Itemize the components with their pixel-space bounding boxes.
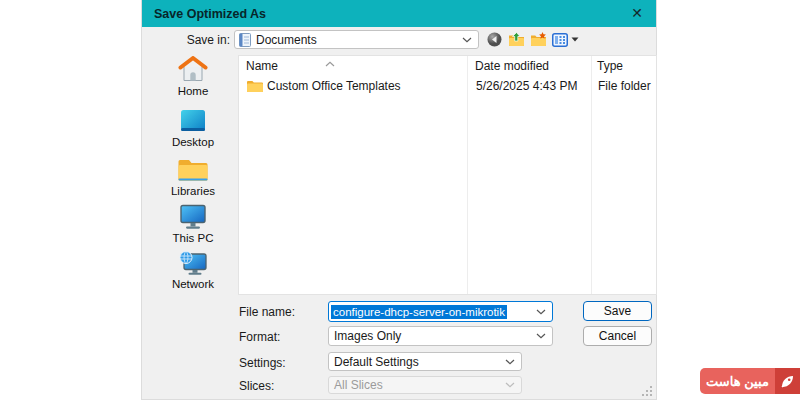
save-in-combobox[interactable]: Documents — [234, 30, 479, 49]
save-in-value: Documents — [256, 33, 317, 47]
sidebar-item-label: This PC — [173, 232, 214, 244]
network-icon — [178, 249, 208, 276]
sidebar-item-home[interactable]: Home — [150, 56, 236, 97]
file-name-value: configure-dhcp-server-on-mikrotik — [331, 305, 507, 319]
watermark-text: مبین هاست — [700, 368, 775, 394]
file-list: Name Date modified Type Custom Office Te… — [238, 55, 657, 295]
settings-select[interactable]: Default Settings — [328, 352, 522, 371]
save-button[interactable]: Save — [583, 301, 652, 321]
cancel-button-label: Cancel — [599, 329, 636, 343]
slices-label: Slices: — [239, 379, 274, 393]
dialog-toolbar — [485, 30, 579, 49]
column-header-name[interactable]: Name — [246, 59, 278, 73]
file-list-header: Name Date modified Type — [239, 56, 656, 75]
close-icon: ✕ — [631, 5, 643, 21]
rocket-icon — [775, 368, 800, 394]
this-pc-icon — [178, 203, 208, 230]
slices-select-disabled: All Slices — [328, 376, 522, 394]
resize-grip-icon[interactable] — [642, 386, 652, 396]
back-icon — [487, 32, 502, 47]
format-select[interactable]: Images Only — [328, 326, 553, 346]
sidebar-item-label: Desktop — [172, 136, 214, 148]
chevron-down-icon — [505, 359, 515, 365]
chevron-down-icon — [505, 382, 515, 388]
home-icon — [178, 56, 208, 83]
desktop-icon — [178, 108, 208, 134]
dialog-title: Save Optimized As — [154, 7, 266, 21]
sidebar-item-libraries[interactable]: Libraries — [150, 157, 236, 197]
chevron-down-icon — [536, 309, 546, 315]
new-folder-icon — [530, 32, 547, 47]
sidebar-item-this-pc[interactable]: This PC — [150, 203, 236, 244]
sidebar-item-network[interactable]: Network — [150, 249, 236, 290]
title-bar: Save Optimized As ✕ — [142, 0, 656, 27]
folder-icon — [247, 80, 263, 92]
sort-ascending-icon — [325, 56, 335, 70]
screenshot-canvas: Save Optimized As ✕ Save in: Documents — [0, 0, 800, 400]
sidebar-item-label: Libraries — [171, 185, 215, 197]
close-button[interactable]: ✕ — [626, 3, 648, 23]
column-header-date-modified[interactable]: Date modified — [475, 59, 549, 73]
libraries-icon — [177, 157, 209, 183]
column-header-type[interactable]: Type — [597, 59, 623, 73]
cancel-button[interactable]: Cancel — [583, 326, 652, 346]
slices-value: All Slices — [334, 378, 383, 392]
settings-label: Settings: — [239, 356, 286, 370]
file-type-cell: File folder — [598, 79, 651, 93]
chevron-down-icon — [462, 37, 472, 43]
documents-icon — [239, 33, 251, 47]
sidebar-item-desktop[interactable]: Desktop — [150, 108, 236, 148]
new-folder-button[interactable] — [529, 31, 547, 49]
view-menu-caret-icon — [571, 37, 579, 42]
file-name-input[interactable]: configure-dhcp-server-on-mikrotik — [328, 301, 553, 322]
sidebar-item-label: Network — [172, 278, 214, 290]
file-row[interactable]: Custom Office Templates 5/26/2025 4:43 P… — [240, 77, 655, 95]
save-optimized-as-dialog: Save Optimized As ✕ Save in: Documents — [141, 0, 657, 400]
file-name-label: File name: — [239, 305, 295, 319]
format-label: Format: — [239, 330, 280, 344]
chevron-down-icon — [536, 333, 546, 339]
view-menu-button[interactable] — [551, 31, 569, 49]
settings-value: Default Settings — [334, 355, 419, 369]
file-name-cell: Custom Office Templates — [267, 79, 401, 93]
up-one-level-button[interactable] — [507, 31, 525, 49]
save-in-label: Save in: — [162, 33, 230, 47]
watermark-badge: مبین هاست — [700, 368, 800, 394]
back-button[interactable] — [485, 31, 503, 49]
view-menu-icon — [552, 33, 568, 47]
format-value: Images Only — [334, 329, 401, 343]
save-button-label: Save — [604, 304, 631, 318]
folder-up-icon — [508, 32, 525, 47]
sidebar-item-label: Home — [178, 85, 209, 97]
file-date-cell: 5/26/2025 4:43 PM — [476, 79, 577, 93]
